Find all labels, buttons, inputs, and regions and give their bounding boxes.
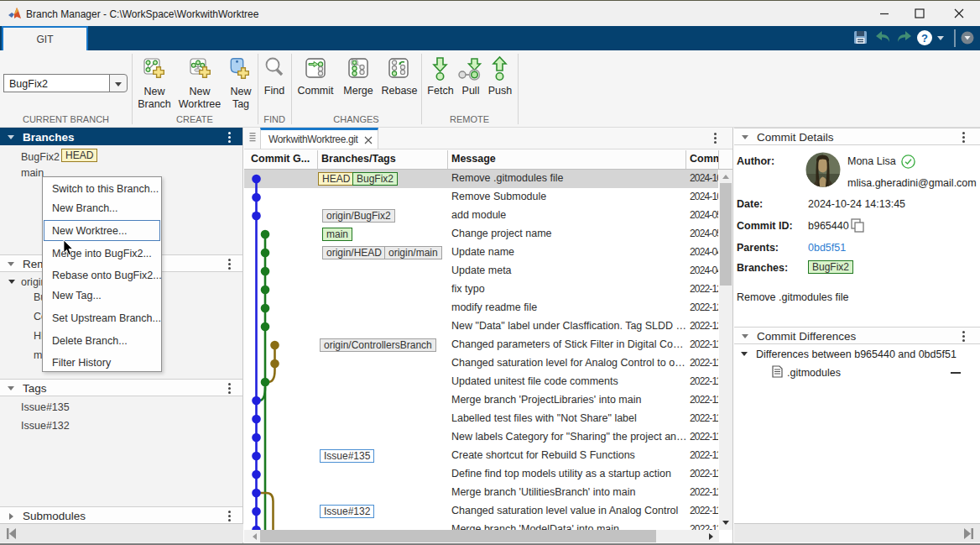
svg-text:?: ? <box>921 32 928 45</box>
